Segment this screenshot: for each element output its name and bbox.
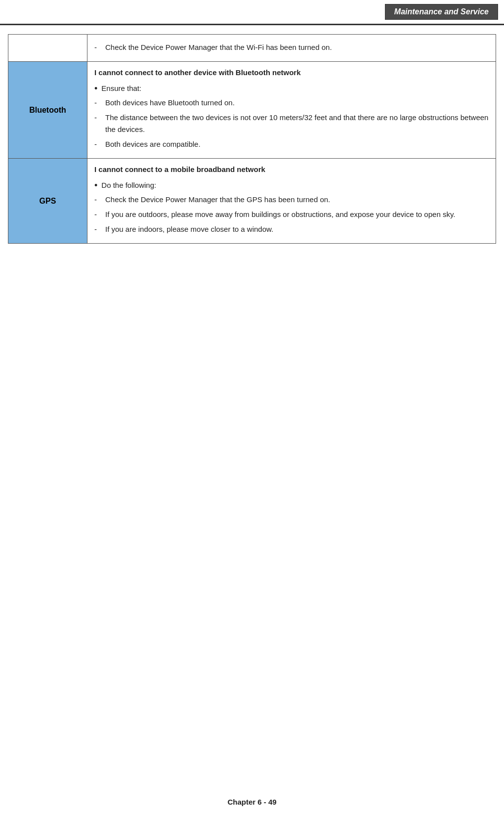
page-footer: Chapter 6 - 49 — [0, 798, 504, 806]
dash-marker: - — [94, 223, 105, 235]
gps-category-cell: GPS — [8, 159, 87, 244]
list-item: - Check the Device Power Manager that th… — [94, 194, 489, 206]
list-item: • Do the following: — [94, 179, 489, 192]
bluetooth-content-cell: I cannot connect to another device with … — [87, 62, 496, 159]
wifi-dash-list: - Check the Device Power Manager that th… — [94, 42, 489, 53]
wifi-dash-text: Check the Device Power Manager that the … — [105, 42, 489, 53]
gps-bullet-list: • Do the following: — [94, 179, 489, 192]
list-item: - If you are outdoors, please move away … — [94, 209, 489, 220]
gps-content-cell: I cannot connect to a mobile broadband n… — [87, 159, 496, 244]
page-header: Maintenance and Service — [0, 0, 504, 25]
list-item: - The distance between the two devices i… — [94, 112, 489, 135]
dash-text: Check the Device Power Manager that the … — [105, 194, 489, 206]
table-row-wifi: - Check the Device Power Manager that th… — [8, 35, 496, 62]
page-container: Maintenance and Service - Check the Devi… — [0, 0, 504, 816]
dash-marker: - — [94, 42, 105, 53]
page-number: Chapter 6 - 49 — [227, 798, 276, 806]
gps-heading: I cannot connect to a mobile broadband n… — [94, 164, 489, 175]
bullet-text: Do the following: — [101, 179, 156, 191]
wifi-category-cell — [8, 35, 87, 62]
bluetooth-category-cell: Bluetooth — [8, 62, 87, 159]
dash-text: Both devices are compatible. — [105, 138, 489, 150]
table-row-gps: GPS I cannot connect to a mobile broadba… — [8, 159, 496, 244]
dash-text: If you are outdoors, please move away fr… — [105, 209, 489, 220]
header-title: Maintenance and Service — [385, 4, 498, 20]
bullet-icon: • — [94, 83, 97, 95]
wifi-content-cell: - Check the Device Power Manager that th… — [87, 35, 496, 62]
dash-marker: - — [94, 97, 105, 109]
gps-dash-list: - Check the Device Power Manager that th… — [94, 194, 489, 235]
bluetooth-heading: I cannot connect to another device with … — [94, 67, 489, 79]
dash-marker: - — [94, 112, 105, 124]
list-item: - Both devices are compatible. — [94, 138, 489, 150]
list-item: • Ensure that: — [94, 83, 489, 95]
bluetooth-bullet-list: • Ensure that: — [94, 83, 489, 95]
table-row-bluetooth: Bluetooth I cannot connect to another de… — [8, 62, 496, 159]
list-item: - If you are indoors, please move closer… — [94, 223, 489, 235]
dash-marker: - — [94, 209, 105, 220]
list-item: - Check the Device Power Manager that th… — [94, 42, 489, 53]
dash-text: If you are indoors, please move closer t… — [105, 223, 489, 235]
dash-marker: - — [94, 194, 105, 206]
bullet-icon: • — [94, 179, 97, 192]
bluetooth-dash-list: - Both devices have Bluetooth turned on.… — [94, 97, 489, 150]
list-item: - Both devices have Bluetooth turned on. — [94, 97, 489, 109]
dash-text: The distance between the two devices is … — [105, 112, 489, 135]
main-table: - Check the Device Power Manager that th… — [8, 34, 496, 244]
bullet-text: Ensure that: — [101, 83, 141, 94]
dash-marker: - — [94, 138, 105, 150]
dash-text: Both devices have Bluetooth turned on. — [105, 97, 489, 109]
